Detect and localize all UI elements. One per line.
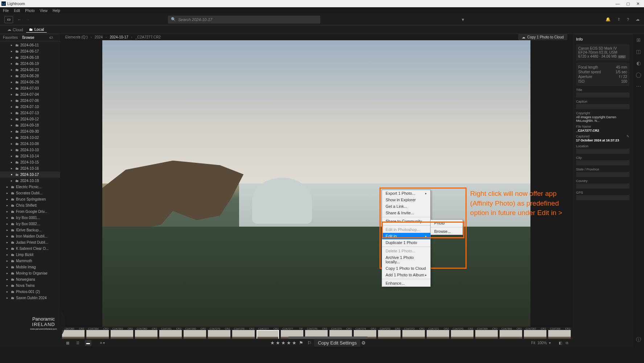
- folder-2024-07-13[interactable]: ▸🖿2024-07-13: [0, 110, 60, 116]
- before-after-icon[interactable]: ⧉: [566, 341, 568, 345]
- thumbnail[interactable]: _C2A7285CR2: [62, 327, 85, 339]
- mask-icon[interactable]: ◯: [636, 72, 641, 78]
- folder-item[interactable]: ▸🖿Limp Bizkit: [0, 252, 60, 258]
- info-country-input[interactable]: [576, 183, 629, 189]
- star-icon[interactable]: ★: [276, 340, 280, 346]
- star-icon[interactable]: ★: [292, 340, 296, 346]
- folder-2024-10-08[interactable]: ▸🖿2024-10-08: [0, 141, 60, 147]
- folder-2024-10-14[interactable]: ▸🖿2024-10-14: [0, 153, 60, 159]
- ctx-edit-in[interactable]: Edit in▸: [382, 233, 430, 239]
- folder-2024-06-17[interactable]: ▸🖿2024-06-17: [0, 48, 60, 54]
- more-icon[interactable]: ⋯: [636, 83, 641, 89]
- info-title-input[interactable]: [576, 92, 629, 98]
- folder-2024-07-03[interactable]: ▸🖿2024-07-03: [0, 85, 60, 91]
- ctx-delete[interactable]: Delete 1 Photo...: [382, 248, 430, 254]
- folder-2024-09-18[interactable]: ▸🖿2024-09-18: [0, 122, 60, 128]
- chevron-down-icon[interactable]: ▾: [549, 341, 551, 345]
- folder-item[interactable]: ▸🖿Nova Twins: [0, 282, 60, 289]
- ctx-export[interactable]: Export 1 Photo...▸: [382, 190, 430, 197]
- search-input[interactable]: 🔍 Search 2024-10-17: [168, 16, 320, 24]
- folder-item[interactable]: ▸🖿K Sabrent Clear O...: [0, 246, 60, 252]
- folder-2024-06-28[interactable]: ▸🖿2024-06-28: [0, 73, 60, 79]
- tab-browse[interactable]: Browse: [22, 36, 34, 40]
- info-city-input[interactable]: [576, 160, 629, 165]
- thumbnail[interactable]: _C2A7284CR2: [86, 327, 109, 339]
- gear-icon[interactable]: ⚙: [361, 340, 366, 346]
- compare-icon[interactable]: ◧: [559, 341, 562, 345]
- folder-2024-09-12[interactable]: ▸🖿2024-09-12: [0, 116, 60, 122]
- close-icon[interactable]: ✕: [636, 1, 640, 6]
- maximize-icon[interactable]: ▢: [626, 1, 630, 6]
- thumbnail[interactable]: _C2A7269CR2: [475, 327, 498, 339]
- menu-file[interactable]: File: [3, 9, 9, 13]
- submenu-browse[interactable]: Browse...: [431, 228, 463, 235]
- folder-item[interactable]: ▸🖿Icy Box 0002...: [0, 221, 60, 227]
- thumbnail[interactable]: _C2A7272CR2: [402, 327, 425, 339]
- tab-local[interactable]: 🖿 Local: [26, 26, 47, 33]
- folder-item[interactable]: ▸🖿Judas Priest Dubli...: [0, 239, 60, 246]
- breadcrumb-date[interactable]: 2024-10-17: [110, 35, 128, 39]
- thumbnail[interactable]: _C2A7271CR2: [426, 327, 450, 339]
- star-icon[interactable]: ★: [281, 340, 286, 346]
- edit-icon[interactable]: ✎: [627, 135, 629, 138]
- folder-2024-10-17[interactable]: ▾🖿2024-10-17: [0, 172, 60, 178]
- cloud-icon[interactable]: ☁: [636, 17, 640, 22]
- folder-item[interactable]: ▸🖿Norwegians: [0, 276, 60, 282]
- thumbnail[interactable]: _C2A7283CR2: [110, 327, 134, 339]
- forward-icon[interactable]: →: [26, 17, 30, 22]
- photo-preview[interactable]: [102, 40, 530, 327]
- thumbnail[interactable]: _C2A7267CR2: [524, 327, 547, 339]
- copy-edit-settings-button[interactable]: Copy Edit Settings: [314, 339, 360, 347]
- folder-item[interactable]: ▸🖿From Google Driv...: [0, 209, 60, 215]
- ctx-duplicate[interactable]: Duplicate 1 Photo: [382, 239, 430, 246]
- single-view-icon[interactable]: ▬: [85, 340, 91, 346]
- help-icon[interactable]: ?: [627, 17, 629, 22]
- breadcrumb-root[interactable]: Elements (Q:): [65, 35, 88, 39]
- folder-2024-07-04[interactable]: ▸🖿2024-07-04: [0, 91, 60, 98]
- zoom-fit[interactable]: Fit: [531, 341, 535, 345]
- folder-item[interactable]: ▸🖿Photos-001 (2): [0, 289, 60, 295]
- bell-icon[interactable]: 🔔: [606, 17, 611, 22]
- thumbnail[interactable]: _C2A7273CR2: [378, 327, 401, 339]
- folder-2024-07-10[interactable]: ▸🖿2024-07-10: [0, 104, 60, 110]
- folder-item[interactable]: ▸🖿Saxon Dublin 2024: [0, 295, 60, 301]
- flag-reject-icon[interactable]: ⚐: [307, 340, 312, 346]
- ctx-add-album[interactable]: Add 1 Photo to Album▸: [382, 272, 430, 278]
- tag-icon[interactable]: 🏷: [49, 36, 53, 40]
- menu-help[interactable]: Help: [53, 9, 60, 13]
- heal-icon[interactable]: ◐: [636, 60, 641, 66]
- tab-favorites[interactable]: Favorites: [3, 36, 18, 40]
- info-gps-input[interactable]: [576, 195, 629, 200]
- info-toggle-icon[interactable]: ⓘ: [636, 337, 641, 343]
- minimize-icon[interactable]: —: [616, 1, 620, 6]
- copy-to-cloud-button[interactable]: ☁ Copy 1 Photo to Cloud: [518, 34, 567, 40]
- star-icon[interactable]: ★: [270, 340, 275, 346]
- scrollbar[interactable]: [288, 337, 368, 339]
- home-icon[interactable]: ▭: [4, 16, 13, 23]
- share-icon[interactable]: ⇪: [617, 17, 620, 22]
- tab-cloud[interactable]: ☁ Cloud: [4, 26, 26, 33]
- zoom-pct[interactable]: 100%: [537, 341, 547, 345]
- folder-2024-06-29[interactable]: ▸🖿2024-06-29: [0, 79, 60, 85]
- breadcrumb-year[interactable]: 2024: [95, 35, 103, 39]
- ctx-enhance[interactable]: Enhance...: [382, 280, 430, 286]
- sort-icon[interactable]: ≡ ▾: [100, 341, 105, 345]
- ctx-edit-photoshop[interactable]: Edit in Photoshop...: [382, 226, 430, 233]
- folder-2024-06-23[interactable]: ▸🖿2024-06-23: [0, 67, 60, 73]
- folder-item[interactable]: ▸🖿Icy Box 0001...: [0, 215, 60, 221]
- thumbnail[interactable]: _C2A7282CR2: [135, 327, 158, 339]
- folder-item[interactable]: ▸🖿Socrates Dubli...: [0, 190, 60, 196]
- ctx-share-invite[interactable]: Share & Invite...: [382, 210, 430, 216]
- folder-2024-10-15[interactable]: ▸🖿2024-10-15: [0, 159, 60, 165]
- thumbnail[interactable]: _C2A7268CR2: [499, 327, 522, 339]
- folder-2024-10-10[interactable]: ▸🖿2024-10-10: [0, 147, 60, 153]
- filter-icon[interactable]: ▼: [459, 16, 467, 23]
- thumbnail[interactable]: _C2A7266CR2★★★★★: [548, 327, 571, 339]
- column-view-icon[interactable]: ☰: [75, 340, 81, 346]
- folder-item[interactable]: ▸🖿IDrive Backup...: [0, 227, 60, 233]
- thumbnail[interactable]: _C2A7278CR2: [232, 327, 255, 339]
- folder-item[interactable]: ▸🖿Electric Picnic...: [0, 184, 60, 190]
- folder-item[interactable]: ▸🖿Moving to Organise: [0, 270, 60, 276]
- folder-2024-06-19[interactable]: ▸🖿2024-06-19: [0, 61, 60, 67]
- folder-item[interactable]: ▸🖿Iron Maiden Dubli...: [0, 233, 60, 239]
